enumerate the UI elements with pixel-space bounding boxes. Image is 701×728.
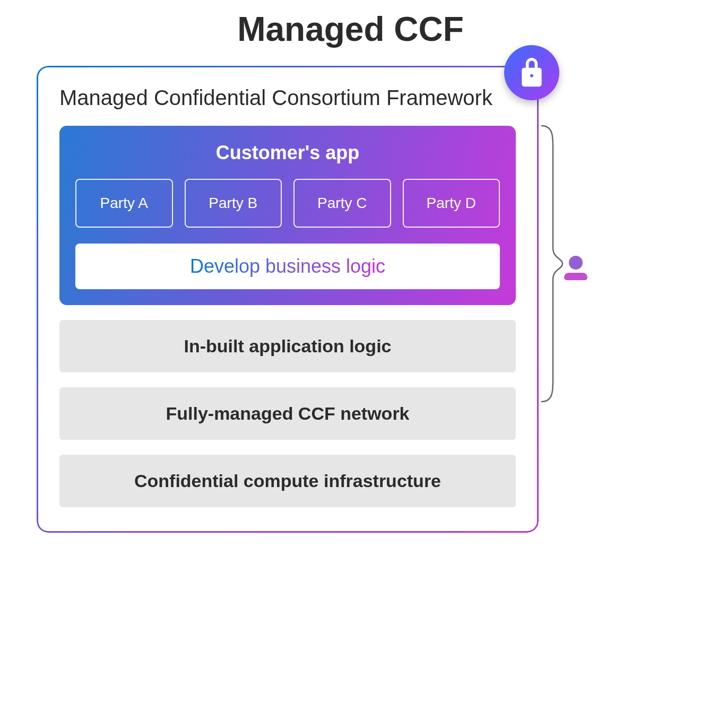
page-title: Managed CCF [0,0,701,49]
customer-app-box: Customer's app Party A Party B Party C P… [59,126,516,305]
user-icon [564,256,588,283]
party-b: Party B [185,179,282,228]
party-d: Party D [403,179,500,228]
bracket-icon [541,126,562,402]
develop-business-logic-text: Develop business logic [190,255,385,277]
layer-inbuilt-logic: In-built application logic [59,320,516,372]
party-row: Party A Party B Party C Party D [75,179,500,228]
customer-app-title: Customer's app [75,142,500,164]
diagram: Managed Confidential Consortium Framewor… [38,67,537,531]
develop-business-logic-box: Develop business logic [75,244,500,289]
party-c: Party C [293,179,391,228]
party-a: Party A [75,179,173,228]
framework-frame: Managed Confidential Consortium Framewor… [38,67,537,531]
layer-confidential-compute: Confidential compute infrastructure [59,455,516,507]
layer-ccf-network: Fully-managed CCF network [59,387,516,440]
lock-icon [504,45,559,100]
framework-subtitle: Managed Confidential Consortium Framewor… [59,86,516,110]
